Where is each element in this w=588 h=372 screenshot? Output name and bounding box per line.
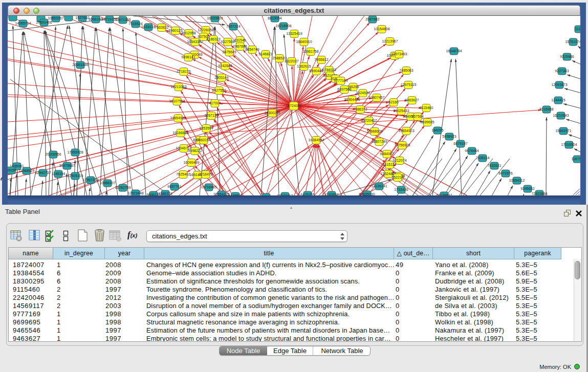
svg-text:17957253: 17957253 [82, 178, 98, 182]
svg-text:19166825: 19166825 [172, 131, 188, 135]
svg-text:5938923: 5938923 [442, 135, 456, 138]
svg-text:3267130: 3267130 [204, 114, 218, 117]
svg-text:20364436: 20364436 [344, 98, 360, 101]
svg-text:11568629: 11568629 [19, 169, 35, 172]
svg-text:14136141: 14136141 [371, 184, 387, 188]
svg-text:7986372: 7986372 [353, 107, 367, 111]
svg-text:417004: 417004 [209, 101, 221, 105]
svg-text:15692971: 15692971 [555, 129, 571, 133]
svg-text:9498222: 9498222 [188, 149, 202, 152]
svg-text:8186323: 8186323 [206, 37, 220, 41]
svg-text:9212074: 9212074 [393, 159, 406, 162]
svg-text:8960125: 8960125 [168, 29, 182, 32]
svg-text:7955812: 7955812 [314, 58, 328, 61]
svg-text:10025433: 10025433 [393, 109, 409, 113]
svg-text:12923448: 12923448 [127, 191, 143, 195]
svg-text:8990448: 8990448 [309, 69, 323, 73]
svg-text:8427552: 8427552 [212, 89, 226, 92]
svg-text:6966100: 6966100 [89, 17, 102, 21]
svg-text:957584: 957584 [411, 115, 423, 118]
svg-text:1244415: 1244415 [551, 98, 565, 102]
svg-text:20553346: 20553346 [72, 63, 88, 67]
svg-text:18640910: 18640910 [296, 40, 312, 43]
svg-text:16961758: 16961758 [302, 50, 318, 53]
svg-text:9227343: 9227343 [555, 69, 569, 73]
svg-text:15716485: 15716485 [201, 185, 216, 189]
svg-text:62160: 62160 [388, 100, 399, 104]
svg-text:20691406: 20691406 [36, 20, 52, 24]
svg-text:7625402: 7625402 [176, 172, 190, 176]
svg-text:7663822: 7663822 [155, 26, 168, 29]
svg-text:0433218: 0433218 [141, 25, 155, 29]
svg-text:12942737: 12942737 [35, 171, 51, 174]
svg-text:30975887: 30975887 [59, 164, 75, 167]
svg-text:1527602: 1527602 [75, 16, 89, 19]
svg-text:231546: 231546 [234, 38, 246, 42]
svg-text:2803144: 2803144 [214, 76, 228, 79]
svg-text:7515524: 7515524 [128, 22, 142, 26]
svg-text:1112: 1112 [575, 27, 580, 31]
svg-text:9146821: 9146821 [258, 52, 272, 56]
svg-text:9699695: 9699695 [420, 120, 434, 124]
svg-text:8215958: 8215958 [539, 107, 553, 111]
svg-text:2935114: 2935114 [476, 156, 490, 160]
svg-text:18807249: 18807249 [371, 140, 387, 143]
svg-text:9329966: 9329966 [560, 55, 574, 58]
svg-text:39159: 39159 [8, 168, 16, 172]
svg-text:10973493: 10973493 [391, 52, 407, 56]
svg-text:164095: 164095 [431, 128, 443, 132]
svg-text:8386379: 8386379 [158, 192, 172, 195]
svg-text:15751074: 15751074 [565, 40, 580, 43]
svg-text:3024534: 3024534 [356, 91, 369, 95]
svg-text:9884067: 9884067 [380, 152, 394, 156]
svg-text:16648784: 16648784 [446, 49, 462, 53]
svg-text:1615112: 1615112 [383, 163, 397, 166]
svg-text:10807457: 10807457 [368, 96, 384, 99]
svg-text:1145194: 1145194 [52, 172, 66, 176]
svg-text:6794023: 6794023 [322, 68, 336, 72]
svg-text:15720407: 15720407 [361, 119, 377, 122]
svg-text:12975115: 12975115 [401, 83, 417, 86]
svg-text:13325419: 13325419 [286, 32, 302, 35]
svg-text:9115460: 9115460 [420, 106, 433, 110]
svg-text:9857791: 9857791 [167, 185, 181, 188]
svg-text:16107552: 16107552 [169, 99, 185, 103]
svg-text:6879197: 6879197 [453, 142, 467, 145]
svg-text:116753: 116753 [572, 157, 580, 161]
svg-text:19654923: 19654923 [170, 116, 186, 120]
svg-text:14055714: 14055714 [15, 21, 31, 25]
svg-text:18724007: 18724007 [286, 104, 301, 107]
svg-text:8912958: 8912958 [182, 31, 195, 35]
svg-text:20206556: 20206556 [45, 152, 61, 156]
svg-text:12226058: 12226058 [198, 28, 213, 32]
svg-text:1353594: 1353594 [199, 126, 213, 130]
svg-text:252214: 252214 [391, 176, 403, 179]
svg-text:9896141: 9896141 [181, 55, 195, 59]
svg-text:12505115: 12505115 [68, 174, 83, 178]
svg-text:2718176: 2718176 [177, 70, 190, 73]
svg-text:8322037: 8322037 [285, 59, 298, 63]
svg-text:19654923: 19654923 [398, 129, 414, 133]
svg-text:17359928: 17359928 [67, 150, 83, 154]
svg-text:19218506: 19218506 [275, 24, 291, 28]
svg-text:72423884: 72423884 [531, 192, 547, 195]
svg-text:9474444: 9474444 [465, 149, 478, 152]
svg-text:7485063: 7485063 [399, 69, 413, 72]
svg-text:6897568: 6897568 [337, 87, 351, 91]
svg-text:2216479: 2216479 [199, 172, 212, 176]
svg-text:8854749: 8854749 [245, 48, 259, 51]
svg-text:16033809: 16033809 [207, 16, 223, 20]
svg-text:7357224: 7357224 [226, 25, 240, 28]
svg-text:12093873: 12093873 [551, 83, 567, 86]
svg-text:16099489: 16099489 [183, 161, 199, 164]
svg-text:10671355: 10671355 [115, 18, 130, 21]
svg-text:79756928: 79756928 [394, 143, 410, 147]
svg-text:10154808: 10154808 [374, 27, 389, 31]
svg-text:10688609: 10688609 [366, 129, 382, 133]
svg-text:1362615: 1362615 [297, 64, 311, 68]
svg-text:9327508: 9327508 [221, 40, 234, 43]
svg-text:9242848: 9242848 [218, 64, 232, 68]
svg-text:9463627: 9463627 [405, 98, 419, 102]
svg-text:3875645: 3875645 [222, 50, 236, 54]
svg-text:2087682: 2087682 [365, 17, 379, 21]
